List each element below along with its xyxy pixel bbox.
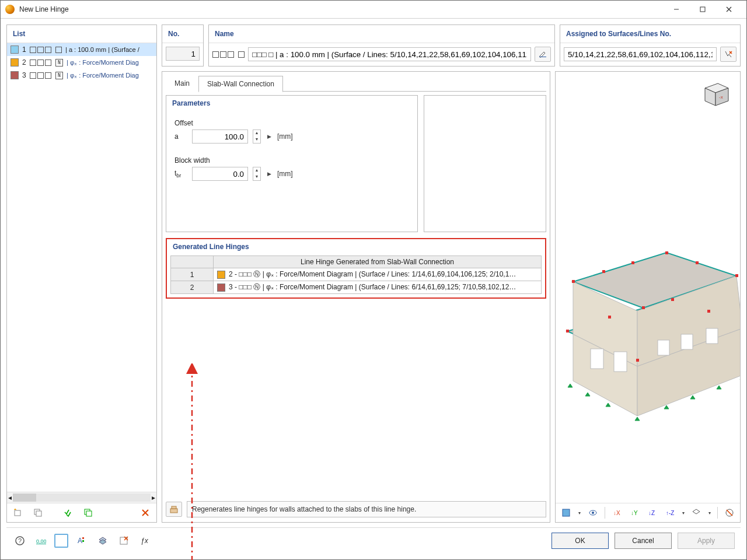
scroll-right-icon[interactable]: ▸ [152,494,155,502]
close-button[interactable] [715,1,742,18]
svg-rect-30 [681,334,693,349]
tab-main[interactable]: Main [166,75,198,92]
new-item-button[interactable] [11,505,26,520]
tab-slab-wall[interactable]: Slab-Wall Connection [198,76,283,92]
offset-input[interactable] [192,130,248,144]
list-h-scrollbar[interactable]: ◂ ▸ [7,492,156,503]
display-mode-button[interactable] [559,505,573,520]
block-width-unit: [mm] [277,170,293,178]
units-button[interactable]: 0,00 [33,533,48,548]
clear-button[interactable] [116,533,131,548]
pick-in-view-button[interactable] [720,47,736,62]
maximize-button[interactable] [689,1,715,18]
iso-view-button[interactable] [689,505,703,520]
name-input[interactable] [248,47,531,61]
list-item-2[interactable]: 2 N | φₓ : Force/Moment Diag [7,56,156,69]
offset-symbol: a [174,132,187,141]
offset-menu-button[interactable]: ▶ [266,130,273,143]
annotation-arrow [183,363,201,560]
color-swatch [217,271,225,279]
text-style-button[interactable]: A [74,533,89,548]
block-width-input[interactable] [192,167,248,181]
svg-rect-16 [172,506,176,509]
delete-button[interactable] [138,505,153,520]
model-render: x y z [556,72,740,503]
svg-rect-41 [671,298,674,301]
view-dropdown[interactable]: ▾ [680,510,686,516]
release-icons: N [30,58,63,66]
svg-rect-33 [602,270,605,273]
view-z-button[interactable]: ↓Z [645,505,659,520]
copy-item-button[interactable] [30,505,46,520]
offset-unit: [mm] [277,132,293,141]
dialog-footer: ? 0,00 A ƒx OK Cancel Apply [6,527,741,554]
svg-point-56 [592,512,594,514]
viewport-panel: -x [555,71,741,523]
svg-rect-1 [700,7,705,12]
svg-text:ƒx: ƒx [141,537,149,545]
regen-description: Regenerates line hinges for walls attach… [187,501,546,517]
list-item-1[interactable]: 1 | a : 100.0 mm | (Surface / [7,43,156,56]
block-width-spinner[interactable]: ▲▼ [253,167,261,181]
release-icons: N [30,71,63,79]
model-viewport[interactable]: -x [556,72,740,503]
help-button[interactable]: ? [12,533,27,548]
reset-view-button[interactable] [722,505,736,520]
window-title: New Line Hinge [19,5,69,13]
generated-header: Generated Line Hinges [167,239,545,254]
generated-row-2[interactable]: 2 3 - □□□ Ⓝ | φₓ : Force/Moment Diagram … [171,281,542,294]
upper-area: List 1 | a : 100.0 mm | (Surface / 2 N |… [6,24,741,523]
svg-rect-29 [658,340,669,355]
iso-dropdown[interactable]: ▾ [707,510,712,516]
view-x-button[interactable]: ↓X [610,505,624,520]
svg-rect-34 [631,261,634,264]
svg-rect-68 [82,537,84,539]
uncheck-all-button[interactable] [81,505,96,520]
tab-strip: Main Slab-Wall Connection [166,75,546,92]
svg-rect-27 [591,349,603,369]
offset-label: Offset [174,119,409,127]
svg-rect-54 [563,509,570,516]
no-input[interactable] [166,47,200,61]
view-y-button[interactable]: ↓Y [627,505,641,520]
regenerate-button[interactable] [166,502,182,517]
check-all-button[interactable] [61,505,76,520]
generated-col-header: Line Hinge Generated from Slab-Wall Conn… [214,256,542,268]
svg-rect-15 [170,509,177,513]
header-row: No. Name Assigned to Surfaces/Lines No. [162,24,741,66]
color-button[interactable] [54,534,68,548]
apply-button[interactable]: Apply [678,533,735,549]
regen-bar: Regenerates line hinges for walls attach… [166,500,546,519]
no-panel: No. [162,24,204,66]
ok-button[interactable]: OK [551,533,609,549]
scroll-left-icon[interactable]: ◂ [8,494,12,502]
offset-spinner[interactable]: ▲▼ [253,130,261,144]
cancel-button[interactable]: Cancel [615,533,672,549]
generated-row-1[interactable]: 1 2 - □□□ Ⓝ | φₓ : Force/Moment Diagram … [171,268,542,281]
svg-rect-8 [86,511,92,516]
name-icons [212,50,245,58]
svg-text:?: ? [18,537,22,544]
title-bar: New Line Hinge [1,1,746,19]
parameters-header: Parameters [166,96,417,111]
function-button[interactable]: ƒx [137,533,152,548]
tabs-panel: Main Slab-Wall Connection Parameters Off… [162,71,550,523]
assigned-input[interactable] [564,47,717,61]
list-item-3[interactable]: 3 N | φₓ : Force/Moment Diag [7,69,156,82]
svg-text:0,00: 0,00 [36,538,46,544]
list-toolbar [7,503,156,522]
no-header: No. [162,25,203,43]
visibility-button[interactable] [586,505,600,520]
layers-button[interactable] [95,533,110,548]
display-mode-dropdown[interactable]: ▾ [577,510,582,516]
svg-rect-31 [706,328,718,344]
tab-body: Parameters Offset a ▲▼ ▶ [mm] [166,95,546,519]
list-header: List [7,25,156,43]
edit-name-button[interactable] [535,47,551,62]
svg-text:A: A [78,537,82,545]
svg-text:↓Z: ↓Z [648,510,655,516]
svg-text:↑-Z: ↑-Z [666,510,674,516]
block-width-menu-button[interactable]: ▶ [266,167,273,180]
view-neg-z-button[interactable]: ↑-Z [663,505,677,520]
minimize-button[interactable] [663,1,689,18]
